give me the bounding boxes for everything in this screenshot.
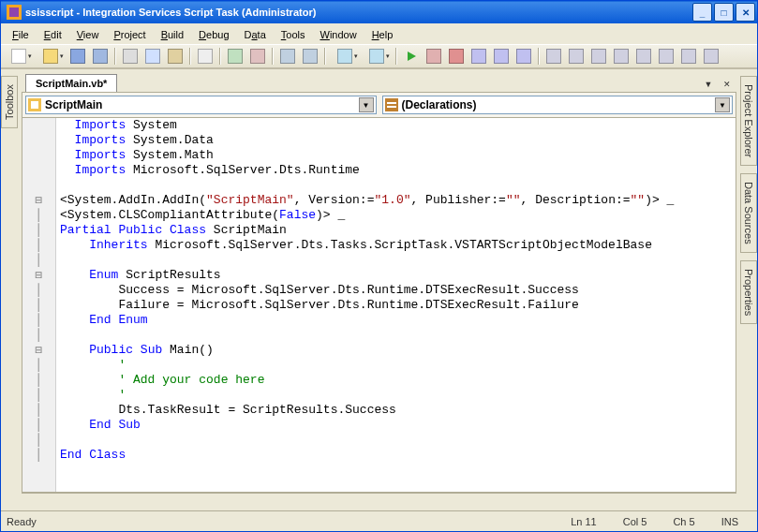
redo-button[interactable] xyxy=(362,46,392,66)
tabstrip-dropdown-icon[interactable]: ▼ xyxy=(701,77,716,92)
menu-tools[interactable]: Tools xyxy=(274,26,313,41)
menu-data[interactable]: Data xyxy=(237,26,274,41)
class-icon xyxy=(28,98,41,111)
break-button[interactable] xyxy=(424,46,444,66)
menu-project[interactable]: Project xyxy=(106,26,153,41)
menu-window[interactable]: Window xyxy=(312,26,364,41)
watch-button[interactable] xyxy=(611,46,632,66)
output-button[interactable] xyxy=(678,46,699,66)
toolbox-tab[interactable]: Toolbox xyxy=(1,76,18,128)
svg-rect-2 xyxy=(31,101,38,109)
step-out-button[interactable] xyxy=(513,46,534,66)
menu-view[interactable]: View xyxy=(69,26,107,41)
member-dropdown[interactable]: (Declarations) ▼ xyxy=(382,96,734,114)
find-button[interactable] xyxy=(195,46,216,66)
status-bar: Ready Ln 11 Col 5 Ch 5 INS xyxy=(1,510,757,531)
chevron-down-icon: ▼ xyxy=(359,97,374,112)
fold-toggle[interactable]: ⊟ xyxy=(22,268,55,283)
document-tabstrip: ScriptMain.vb* ▼ ✕ xyxy=(22,71,736,92)
call-stack-button[interactable] xyxy=(633,46,654,66)
outline-gutter[interactable]: ⊟ ││││ ⊟ ││││ ⊟ ││││││ │ xyxy=(22,118,56,492)
declarations-icon xyxy=(385,98,398,111)
menu-debug[interactable]: Debug xyxy=(191,26,236,41)
menu-bar: File Edit View Project Build Debug Data … xyxy=(1,23,757,44)
workspace: Toolbox ScriptMain.vb* ▼ ✕ ScriptMain ▼ … xyxy=(1,68,757,510)
toggle-breakpoint-button[interactable] xyxy=(543,46,564,66)
maximize-button[interactable]: □ xyxy=(714,3,734,22)
outdent-button[interactable] xyxy=(277,46,298,66)
paste-button[interactable] xyxy=(165,46,186,66)
toolbar xyxy=(1,44,757,68)
left-sidewell: Toolbox xyxy=(1,69,20,510)
uncomment-button[interactable] xyxy=(247,46,268,66)
locals-button[interactable] xyxy=(588,46,609,66)
status-insert-mode: INS xyxy=(708,516,751,527)
project-explorer-tab[interactable]: Project Explorer xyxy=(740,76,757,166)
svg-rect-4 xyxy=(387,102,396,104)
status-column: Col 5 xyxy=(610,516,661,527)
fold-toggle[interactable]: ⊟ xyxy=(22,343,55,358)
breakpoints-button[interactable] xyxy=(656,46,676,66)
start-button[interactable] xyxy=(401,46,422,66)
status-line: Ln 11 xyxy=(557,516,610,527)
type-dropdown[interactable]: ScriptMain ▼ xyxy=(25,96,377,114)
comment-button[interactable] xyxy=(225,46,245,66)
svg-rect-3 xyxy=(385,98,398,111)
undo-button[interactable] xyxy=(330,46,360,66)
code-text[interactable]: Imports System Imports System.Data Impor… xyxy=(56,118,736,492)
window-title: ssisscript - Integration Services Script… xyxy=(25,7,692,18)
indent-button[interactable] xyxy=(300,46,320,66)
play-icon xyxy=(406,51,417,62)
svg-rect-5 xyxy=(387,106,396,108)
data-sources-tab[interactable]: Data Sources xyxy=(740,173,757,253)
minimize-button[interactable]: _ xyxy=(692,3,712,22)
cut-button[interactable] xyxy=(120,46,141,66)
stop-button[interactable] xyxy=(446,46,467,66)
menu-file[interactable]: File xyxy=(5,26,37,41)
navigation-bar: ScriptMain ▼ (Declarations) ▼ xyxy=(22,92,736,117)
right-sidewell: Project Explorer Data Sources Properties xyxy=(738,69,757,510)
horizontal-scrollbar[interactable] xyxy=(22,493,736,509)
tabstrip-close-icon[interactable]: ✕ xyxy=(720,77,735,92)
code-editor[interactable]: ⊟ ││││ ⊟ ││││ ⊟ ││││││ │ Imports System … xyxy=(22,117,736,493)
immediate-window-button[interactable] xyxy=(566,46,587,66)
title-bar: ssisscript - Integration Services Script… xyxy=(1,1,757,23)
menu-build[interactable]: Build xyxy=(154,26,191,41)
new-button[interactable] xyxy=(4,46,34,66)
task-list-button[interactable] xyxy=(701,46,721,66)
copy-button[interactable] xyxy=(142,46,163,66)
status-char: Ch 5 xyxy=(660,516,707,527)
type-dropdown-label: ScriptMain xyxy=(45,98,359,111)
menu-help[interactable]: Help xyxy=(364,26,401,41)
app-icon xyxy=(7,5,22,20)
properties-tab[interactable]: Properties xyxy=(740,260,757,324)
save-button[interactable] xyxy=(67,46,88,66)
status-ready: Ready xyxy=(7,516,37,527)
open-button[interactable] xyxy=(36,46,66,66)
document-tab-scriptmain[interactable]: ScriptMain.vb* xyxy=(25,74,117,92)
step-into-button[interactable] xyxy=(468,46,489,66)
fold-toggle[interactable]: ⊟ xyxy=(22,193,55,208)
member-dropdown-label: (Declarations) xyxy=(402,98,716,111)
close-button[interactable]: ✕ xyxy=(736,3,755,22)
save-all-button[interactable] xyxy=(90,46,111,66)
chevron-down-icon: ▼ xyxy=(715,97,730,112)
step-over-button[interactable] xyxy=(491,46,512,66)
menu-edit[interactable]: Edit xyxy=(37,26,69,41)
